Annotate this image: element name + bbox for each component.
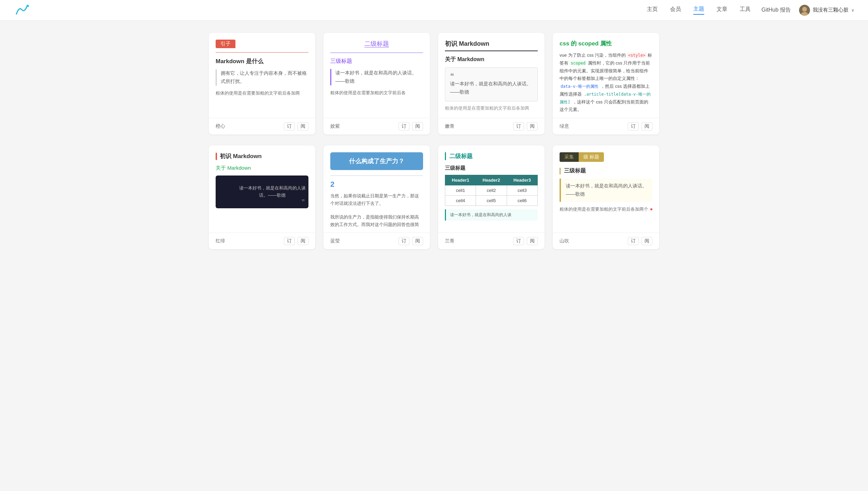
card1-blockquote: 拥有它，让人专注于内容本身，而不被格式所打扰。	[216, 69, 308, 86]
svg-point-0	[27, 5, 29, 7]
card8-footer-actions: 订 阅	[628, 237, 652, 245]
card2-btn-sub[interactable]: 订	[399, 122, 409, 130]
card6-footer: 蓝莹 订 阅	[323, 233, 430, 249]
nav-github[interactable]: GitHub 报告	[762, 6, 791, 14]
card5-footer-actions: 订 阅	[284, 237, 308, 245]
card8-text-content: 粗体的使用是在需要加粗的文字前后各加两个	[560, 207, 648, 212]
card5-body: 初识 Markdown 关于 Markdown 读一本好书，就是在和高尚的人谈话…	[209, 145, 315, 233]
card8-bar-gold	[560, 168, 561, 174]
card-markdown1: 初识 Markdown 关于 Markdown ❝ 读一本好书，就是在和高尚的人…	[438, 33, 545, 135]
nav-theme[interactable]: 主题	[693, 5, 704, 15]
table-cell-2-3: cell6	[507, 196, 537, 206]
card5-footer-tag: 红绯	[216, 238, 225, 244]
card6-body: 什么构成了生产力？ 2 当然，如果你说截止日期是第一生产力，那这个对话就没法进行…	[323, 145, 430, 233]
card8-btn-read[interactable]: 阅	[641, 237, 652, 245]
card3-blockquote-text: 读一本好书，就是在和高尚的人谈话。——歌德	[450, 80, 533, 96]
card3-btn-read[interactable]: 阅	[527, 122, 538, 130]
table-header-row: Header1 Header2 Header3	[445, 175, 538, 185]
card7-h2: 二级标题	[445, 152, 538, 160]
nav-article[interactable]: 文章	[717, 6, 727, 14]
card3-h1: 初识 Markdown	[445, 40, 538, 48]
table-header-1: Header1	[445, 175, 476, 185]
card-erjibiaoti: 二级标题 三级标题 读一本好书，就是在和高尚的人谈话。——歌德 粗体的使用是在需…	[323, 33, 430, 135]
nav-tool[interactable]: 工具	[740, 6, 751, 14]
card7-btn-read[interactable]: 阅	[527, 237, 538, 245]
card8-tag-gold: 级 标题	[579, 152, 604, 162]
card2-h3: 三级标题	[330, 58, 423, 65]
card5-h1: 初识 Markdown	[220, 152, 262, 160]
nav-username: 我没有三颗心脏	[813, 7, 849, 13]
table-row: cell1 cell2 cell3	[445, 185, 538, 196]
card6-btn-sub[interactable]: 订	[399, 237, 409, 245]
card4-btn-sub[interactable]: 订	[628, 122, 639, 130]
table-cell-1-2: cell2	[476, 185, 507, 196]
card2-body-text: 粗体的使用是在需要加粗的文字前后各	[330, 89, 423, 97]
card7-table: Header1 Header2 Header3 cell1 cell2 cell…	[445, 175, 538, 206]
avatar	[799, 5, 810, 16]
card8-h3: 三级标题	[564, 167, 586, 174]
card2-h2: 二级标题	[330, 40, 423, 48]
card1-footer: 橙心 订 阅	[209, 118, 315, 135]
svg-point-2	[802, 7, 807, 12]
card7-quote: 读一本好书，就是在和高尚的人谈	[445, 209, 538, 221]
card7-btn-sub[interactable]: 订	[513, 237, 524, 245]
card1-body-text: 粗体的使用是在需要加粗的文字前后各加两	[216, 90, 308, 97]
card1-footer-tag: 橙心	[216, 123, 225, 129]
card5-title-bar: 初识 Markdown	[216, 152, 308, 160]
card4-body: css 的 scoped 属性 vue 为了防止 css 污染，当组件的 <st…	[553, 33, 659, 118]
card4-footer: 绿意 订 阅	[553, 118, 659, 135]
card3-footer-actions: 订 阅	[513, 122, 538, 130]
card2-footer-actions: 订 阅	[399, 122, 423, 130]
card8-btn-sub[interactable]: 订	[628, 237, 639, 245]
card6-num: 2	[330, 180, 423, 189]
card5-bar	[216, 153, 217, 160]
card-grid-row2: 初识 Markdown 关于 Markdown 读一本好书，就是在和高尚的人谈话…	[209, 145, 659, 249]
card3-h2: 关于 Markdown	[445, 56, 538, 63]
table-cell-1-3: cell3	[507, 185, 537, 196]
card8-text: 粗体的使用是在需要加粗的文字前后各加两个	[560, 206, 652, 213]
card-css-scoped: css 的 scoped 属性 vue 为了防止 css 污染，当组件的 <st…	[553, 33, 659, 135]
nav-home[interactable]: 主页	[647, 6, 658, 14]
card4-text1: vue 为了防止 css 污染，当组件的	[560, 53, 626, 58]
card8-dot	[650, 208, 652, 210]
card6-btn-read[interactable]: 阅	[412, 237, 423, 245]
card5-image: 读一本好书，就是在和高尚的人谈话。——歌德 ❞	[216, 176, 308, 208]
card7-body: 二级标题 三级标题 Header1 Header2 Header3 cell1 …	[438, 145, 545, 233]
card5-img-text: 读一本好书，就是在和高尚的人谈话。——歌德	[216, 185, 308, 199]
card8-body: 采集 级 标题 三级标题 读一本好书，就是在和高尚的人谈话。——歌德 粗体的使用…	[553, 145, 659, 233]
table-header-2: Header2	[476, 175, 507, 185]
table-cell-2-2: cell5	[476, 196, 507, 206]
card1-btn-read[interactable]: 阅	[298, 122, 308, 130]
card4-code3: data-v-唯一的属性	[560, 84, 599, 89]
card3-quote-mark: ❝	[450, 72, 533, 80]
card8-tag-dark: 采集	[560, 152, 579, 162]
nav-links: 主页 会员 主题 文章 工具	[647, 5, 751, 15]
card1-btn-sub[interactable]: 订	[284, 122, 295, 130]
card4-btn-read[interactable]: 阅	[641, 122, 652, 130]
main-content: 引子 Markdown 是什么 拥有它，让人专注于内容本身，而不被格式所打扰。 …	[195, 20, 673, 272]
card2-btn-read[interactable]: 阅	[412, 122, 423, 130]
table-cell-2-1: cell4	[445, 196, 476, 206]
card3-btn-sub[interactable]: 订	[513, 122, 524, 130]
card3-body: 初识 Markdown 关于 Markdown ❝ 读一本好书，就是在和高尚的人…	[438, 33, 545, 118]
card5-btn-read[interactable]: 阅	[298, 237, 308, 245]
tag-yinzi: 引子	[216, 40, 235, 48]
card3-blockquote-box: ❝ 读一本好书，就是在和高尚的人谈话。——歌德	[445, 67, 538, 101]
card6-text1: 当然，如果你说截止日期是第一生产力，那这个对话就没法进行下去了。	[330, 192, 423, 207]
table-cell-1-1: cell1	[445, 185, 476, 196]
table-row: cell4 cell5 cell6	[445, 196, 538, 206]
card3-footer: 嫩青 订 阅	[438, 118, 545, 135]
nav-member[interactable]: 会员	[670, 6, 681, 14]
logo[interactable]	[14, 4, 30, 16]
card7-footer: 兰青 订 阅	[438, 233, 545, 249]
card1-title: Markdown 是什么	[216, 57, 308, 65]
card-yinzi: 引子 Markdown 是什么 拥有它，让人专注于内容本身，而不被格式所打扰。 …	[209, 33, 315, 135]
card5-btn-sub[interactable]: 订	[284, 237, 295, 245]
card4-h2: css 的 scoped 属性	[560, 40, 652, 47]
card6-footer-actions: 订 阅	[399, 237, 423, 245]
card2-footer-tag: 姣紫	[330, 123, 340, 129]
card3-footer-tag: 嫩青	[445, 123, 454, 129]
nav-user[interactable]: 我没有三颗心脏 ∨	[799, 5, 854, 16]
card2-footer: 姣紫 订 阅	[323, 118, 430, 135]
card4-footer-tag: 绿意	[560, 123, 569, 129]
